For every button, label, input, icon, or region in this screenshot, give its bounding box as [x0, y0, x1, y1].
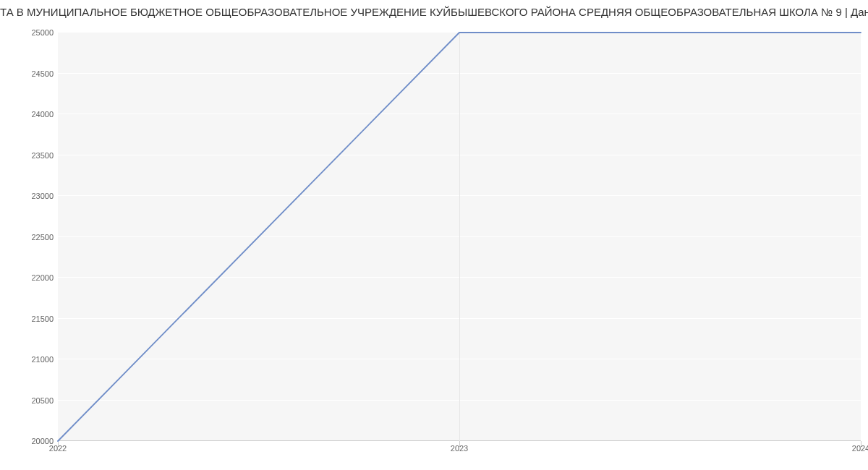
- y-tick-label: 24500: [31, 69, 54, 78]
- y-tick-label: 23000: [31, 192, 54, 200]
- x-axis: 2022 2023 2024: [58, 444, 861, 458]
- y-tick-label: 23500: [31, 151, 54, 160]
- y-axis: 20000 20500 21000 21500 22000 22500 2300…: [0, 33, 54, 441]
- y-tick-label: 22500: [31, 233, 54, 242]
- y-tick-label: 24000: [31, 110, 54, 119]
- chart-container: ТА В МУНИЦИПАЛЬНОЕ БЮДЖЕТНОЕ ОБЩЕОБРАЗОВ…: [0, 0, 868, 470]
- y-tick-label: 22000: [31, 273, 54, 282]
- x-tick-label: 2023: [451, 444, 468, 453]
- line-series: [58, 33, 861, 441]
- y-tick-label: 21000: [31, 355, 54, 364]
- plot-area: [58, 33, 861, 441]
- x-tick-label: 2024: [852, 444, 868, 453]
- y-tick-label: 21500: [31, 315, 54, 323]
- y-tick-label: 25000: [31, 28, 54, 37]
- chart-title: ТА В МУНИЦИПАЛЬНОЕ БЮДЖЕТНОЕ ОБЩЕОБРАЗОВ…: [0, 6, 868, 18]
- x-tick-label: 2022: [49, 444, 67, 453]
- y-tick-label: 20500: [31, 396, 54, 405]
